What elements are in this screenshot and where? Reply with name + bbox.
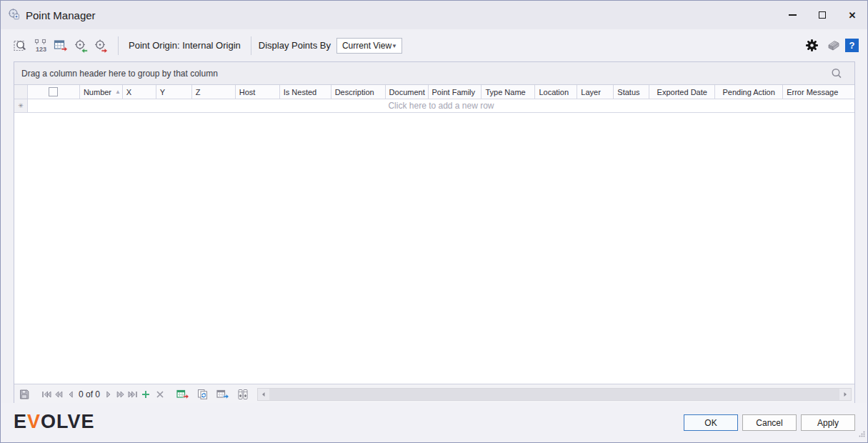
column-header-pending-action[interactable]: Pending Action xyxy=(715,85,783,99)
column-header-y[interactable]: Y xyxy=(156,85,192,99)
column-header-description[interactable]: Description xyxy=(331,85,386,99)
group-by-panel[interactable]: Drag a column header here to group by th… xyxy=(14,62,854,85)
renumber-123-icon: 123 xyxy=(33,38,49,54)
settings-button[interactable] xyxy=(804,36,819,56)
cancel-button[interactable]: Cancel xyxy=(742,414,797,431)
column-header-x[interactable]: X xyxy=(123,85,156,99)
renumber-points-button[interactable]: 123 xyxy=(31,36,51,56)
close-icon: ✕ xyxy=(849,10,857,21)
minimize-button[interactable] xyxy=(777,1,807,29)
toolbar-separator xyxy=(118,36,119,55)
resize-grip-icon[interactable] xyxy=(859,427,865,440)
grid-body[interactable] xyxy=(14,113,854,384)
scroll-left-button[interactable] xyxy=(258,389,269,400)
maximize-icon xyxy=(819,11,826,19)
export-grid-button[interactable] xyxy=(51,36,71,56)
select-all-checkbox[interactable] xyxy=(49,87,58,96)
column-header-point-family[interactable]: Point Family xyxy=(429,85,482,99)
table-export-icon xyxy=(216,389,229,400)
points-grid: Drag a column header here to group by th… xyxy=(14,61,855,404)
evolve-logo: E V OLVE xyxy=(14,411,95,433)
import-points-icon xyxy=(73,38,89,54)
new-row[interactable]: ✳ Click here to add a new row xyxy=(14,99,854,113)
export-table-button[interactable] xyxy=(216,387,230,402)
point-manager-window: Point Manager ✕ 123 xyxy=(0,0,868,443)
search-icon xyxy=(830,67,843,80)
scrollbar-thumb[interactable] xyxy=(269,389,839,400)
point-origin-label: Point Origin: Internal Origin xyxy=(129,40,241,51)
last-record-icon xyxy=(127,389,139,400)
group-by-hint: Drag a column header here to group by th… xyxy=(21,69,218,79)
apply-button[interactable]: Apply xyxy=(801,414,855,431)
minimize-icon xyxy=(789,14,797,16)
excel-export-icon xyxy=(176,389,189,400)
copy-refresh-button[interactable] xyxy=(196,387,210,402)
horizontal-scrollbar[interactable] xyxy=(257,388,852,401)
eraser-icon xyxy=(825,39,840,52)
previous-page-button[interactable] xyxy=(52,387,64,402)
last-record-button[interactable] xyxy=(126,387,139,402)
copy-refresh-icon xyxy=(197,389,209,400)
footer: E V OLVE OK Cancel Apply xyxy=(1,403,867,442)
previous-page-icon xyxy=(53,389,64,400)
export-to-excel-button[interactable] xyxy=(176,387,190,402)
column-header-z[interactable]: Z xyxy=(192,85,236,99)
clear-button[interactable] xyxy=(824,36,840,56)
scroll-left-icon xyxy=(261,392,266,397)
next-page-icon xyxy=(115,389,126,400)
column-header-location[interactable]: Location xyxy=(535,85,577,99)
new-row-indicator: ✳ xyxy=(14,99,28,112)
column-header-document[interactable]: Document xyxy=(386,85,429,99)
display-points-by-label: Display Points By xyxy=(259,40,331,51)
floppy-disk-icon xyxy=(19,389,30,400)
column-header-type-name[interactable]: Type Name xyxy=(482,85,535,99)
delete-row-button[interactable] xyxy=(153,387,167,402)
first-record-button[interactable] xyxy=(40,387,52,402)
window-title: Point Manager xyxy=(26,9,96,21)
import-points-button[interactable] xyxy=(71,36,91,56)
record-navigator: 0 of 0 xyxy=(14,384,854,404)
export-points-button[interactable] xyxy=(91,36,111,56)
column-header-layer[interactable]: Layer xyxy=(577,85,614,99)
help-button[interactable]: ? xyxy=(845,39,859,52)
save-layout-button[interactable] xyxy=(17,387,31,402)
next-page-button[interactable] xyxy=(114,387,126,402)
scroll-right-button[interactable] xyxy=(839,389,851,400)
column-header-exported-date[interactable]: Exported Date xyxy=(649,85,715,99)
column-header-status[interactable]: Status xyxy=(614,85,649,99)
app-icon xyxy=(8,8,20,23)
column-header-error-message[interactable]: Error Message xyxy=(783,85,854,99)
display-points-by-value: Current View xyxy=(342,41,391,51)
sort-ascending-icon: ▲ xyxy=(115,89,121,95)
ok-button[interactable]: OK xyxy=(684,414,738,431)
display-points-by-select[interactable]: Current View ▼ xyxy=(336,38,402,54)
column-chooser-icon xyxy=(237,389,249,400)
column-header-number[interactable]: Number ▲ xyxy=(80,85,123,99)
export-points-icon xyxy=(93,38,109,54)
maximize-button[interactable] xyxy=(807,1,837,29)
select-all-header[interactable] xyxy=(28,85,80,99)
brand-letters-olve: OLVE xyxy=(41,411,95,433)
brand-letter-v: V xyxy=(27,411,41,433)
zoom-to-selection-button[interactable] xyxy=(11,36,31,56)
previous-record-icon xyxy=(65,389,76,400)
zoom-selection-icon xyxy=(13,38,29,54)
column-header-host[interactable]: Host xyxy=(236,85,280,99)
close-button[interactable]: ✕ xyxy=(837,1,867,29)
scroll-right-icon xyxy=(842,392,848,397)
grid-header-row: Number ▲ X Y Z Host Is Nested Descriptio… xyxy=(14,85,854,99)
add-new-row-hint[interactable]: Click here to add a new row xyxy=(28,99,854,112)
next-record-button[interactable] xyxy=(102,387,114,402)
toolbar: 123 xyxy=(1,29,867,61)
column-header-is-nested[interactable]: Is Nested xyxy=(280,85,331,99)
next-record-icon xyxy=(103,389,114,400)
search-button[interactable] xyxy=(830,67,843,83)
svg-text:123: 123 xyxy=(36,46,46,53)
titlebar: Point Manager ✕ xyxy=(1,1,867,29)
toolbar-separator xyxy=(251,36,251,55)
previous-record-button[interactable] xyxy=(64,387,76,402)
row-indicator-header xyxy=(14,85,28,99)
chevron-down-icon: ▼ xyxy=(391,43,397,49)
add-row-button[interactable] xyxy=(139,387,153,402)
column-chooser-button[interactable] xyxy=(236,387,250,402)
